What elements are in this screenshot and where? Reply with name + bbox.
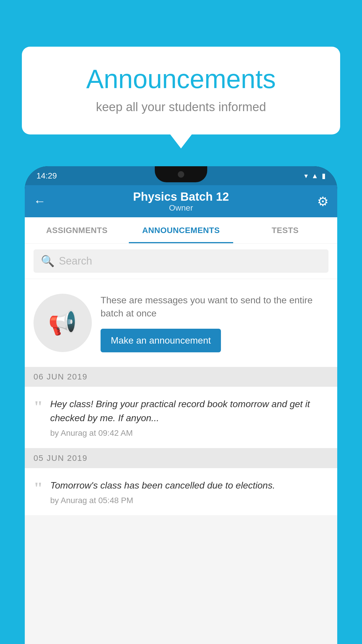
quote-icon-2: " — [34, 480, 43, 497]
announcement-item-2[interactable]: " Tomorrow's class has been cancelled du… — [25, 468, 337, 516]
app-header: ← Physics Batch 12 Owner ⚙ — [25, 185, 337, 217]
notch — [155, 166, 207, 182]
speech-bubble: Announcements keep all your students inf… — [22, 47, 340, 134]
header-title: Physics Batch 12 — [133, 190, 229, 203]
announcements-title: Announcements — [45, 64, 317, 94]
camera-dot — [178, 171, 184, 178]
search-icon: 🔍 — [41, 255, 55, 267]
status-time: 14:29 — [36, 171, 57, 181]
speech-bubble-container: Announcements keep all your students inf… — [22, 47, 340, 134]
signal-icon: ▲ — [311, 172, 318, 180]
search-input-wrapper[interactable]: 🔍 Search — [34, 249, 328, 273]
wifi-icon: ▾ — [304, 172, 308, 180]
promo-description: These are messages you want to send to t… — [101, 294, 328, 320]
quote-icon-1: " — [34, 398, 43, 415]
tab-tests[interactable]: TESTS — [233, 217, 337, 243]
status-icons: ▾ ▲ ▮ — [304, 172, 326, 180]
announcement-meta-2: by Anurag at 05:48 PM — [50, 496, 328, 505]
phone-screen: 🔍 Search 📢 These are messages you want t… — [25, 244, 337, 644]
announcement-icon-circle: 📢 — [34, 294, 92, 352]
status-bar: 14:29 ▾ ▲ ▮ — [25, 166, 337, 185]
announcement-content-2: Tomorrow's class has been cancelled due … — [50, 478, 328, 505]
tab-assignments[interactable]: ASSIGNMENTS — [25, 217, 129, 243]
phone-frame: 14:29 ▾ ▲ ▮ ← Physics Batch 12 Owner ⚙ A… — [25, 166, 337, 644]
announcement-text-1: Hey class! Bring your practical record b… — [50, 397, 328, 425]
back-button[interactable]: ← — [34, 194, 46, 208]
announcement-content-1: Hey class! Bring your practical record b… — [50, 397, 328, 438]
announcement-text-2: Tomorrow's class has been cancelled due … — [50, 478, 328, 492]
promo-section: 📢 These are messages you want to send to… — [25, 279, 337, 367]
tabs-bar: ASSIGNMENTS ANNOUNCEMENTS TESTS — [25, 217, 337, 244]
search-bar: 🔍 Search — [25, 244, 337, 279]
announcements-subtitle: keep all your students informed — [45, 100, 317, 114]
announcement-meta-1: by Anurag at 09:42 AM — [50, 428, 328, 438]
search-placeholder: Search — [59, 255, 92, 267]
battery-icon: ▮ — [322, 172, 326, 180]
announcement-item-1[interactable]: " Hey class! Bring your practical record… — [25, 387, 337, 448]
make-announcement-button[interactable]: Make an announcement — [101, 329, 221, 352]
date-separator-2: 05 JUN 2019 — [25, 448, 337, 468]
header-center: Physics Batch 12 Owner — [133, 190, 229, 213]
header-subtitle: Owner — [133, 203, 229, 213]
date-separator-1: 06 JUN 2019 — [25, 367, 337, 387]
settings-icon[interactable]: ⚙ — [317, 194, 328, 209]
promo-text-area: These are messages you want to send to t… — [101, 294, 328, 352]
tab-announcements[interactable]: ANNOUNCEMENTS — [129, 217, 233, 243]
